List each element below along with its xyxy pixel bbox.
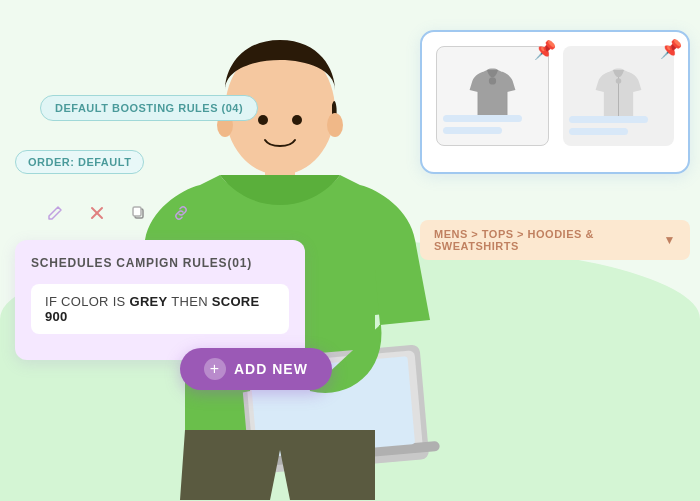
product-images-row: 📌 📌 bbox=[436, 46, 674, 146]
icons-toolbar bbox=[40, 198, 196, 228]
plus-circle-icon: + bbox=[204, 358, 226, 380]
pin-icon-2: 📌 bbox=[660, 38, 682, 60]
rule-grey-keyword: GREY bbox=[130, 294, 168, 309]
product-image-2: 📌 bbox=[563, 46, 674, 146]
rule-score-value: 900 bbox=[45, 309, 68, 324]
copy-icon[interactable] bbox=[124, 198, 154, 228]
placeholder-line-3 bbox=[569, 116, 648, 123]
close-icon[interactable] bbox=[82, 198, 112, 228]
category-label: MENS > TOPS > HOODIES & SWEATSHIRTS bbox=[434, 228, 658, 252]
add-new-button[interactable]: + ADD NEW bbox=[180, 348, 332, 390]
placeholder-line-4 bbox=[569, 128, 628, 135]
svg-point-4 bbox=[489, 77, 496, 84]
product-image-1: 📌 bbox=[436, 46, 549, 146]
svg-point-15 bbox=[327, 113, 343, 137]
svg-rect-3 bbox=[133, 207, 141, 216]
campaign-rules-card: SCHEDULES CAMPIGN RULES(01) IF COLOR IS … bbox=[15, 240, 305, 360]
edit-icon[interactable] bbox=[40, 198, 70, 228]
placeholder-line-2 bbox=[443, 127, 502, 134]
placeholder-line-1 bbox=[443, 115, 522, 122]
rule-score-keyword: SCORE bbox=[212, 294, 260, 309]
pin-icon-1: 📌 bbox=[534, 39, 556, 61]
add-new-label: ADD NEW bbox=[234, 361, 308, 377]
category-breadcrumb[interactable]: MENS > TOPS > HOODIES & SWEATSHIRTS ▼ bbox=[420, 220, 690, 260]
rule-middle: THEN bbox=[168, 294, 212, 309]
campaign-title: SCHEDULES CAMPIGN RULES(01) bbox=[31, 256, 289, 270]
product-card-main: 📌 📌 bbox=[420, 30, 690, 174]
svg-point-12 bbox=[258, 115, 268, 125]
boosting-rules-label: DEFAULT BOOSTING RULES (04) bbox=[55, 102, 243, 114]
rule-pill: IF COLOR IS GREY THEN SCORE 900 bbox=[31, 284, 289, 334]
svg-point-5 bbox=[616, 78, 622, 84]
order-default-pill[interactable]: ORDER: DEFAULT bbox=[15, 150, 144, 174]
svg-point-13 bbox=[292, 115, 302, 125]
link-icon[interactable] bbox=[166, 198, 196, 228]
rule-prefix: IF COLOR IS bbox=[45, 294, 130, 309]
order-default-label: ORDER: DEFAULT bbox=[28, 156, 131, 168]
chevron-down-icon: ▼ bbox=[664, 233, 676, 247]
boosting-rules-pill[interactable]: DEFAULT BOOSTING RULES (04) bbox=[40, 95, 258, 121]
